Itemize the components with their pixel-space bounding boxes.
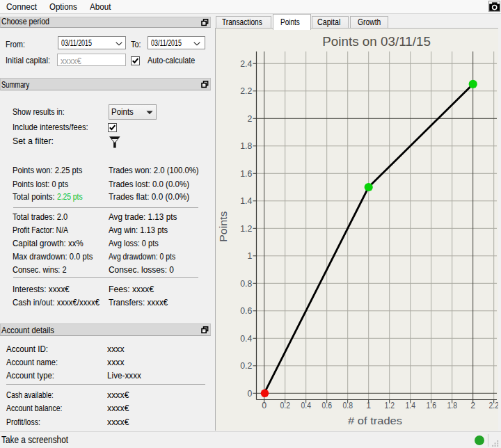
svg-text:Points: Points (218, 211, 230, 242)
svg-text:1.6: 1.6 (426, 401, 436, 410)
svg-text:1.4: 1.4 (240, 196, 252, 206)
svg-text:1.4: 1.4 (405, 401, 415, 410)
svg-text:# of trades: # of trades (348, 415, 402, 426)
svg-text:1: 1 (366, 401, 371, 410)
svg-text:2.4: 2.4 (240, 59, 252, 69)
svg-text:1.6: 1.6 (240, 169, 252, 179)
svg-text:1: 1 (247, 251, 252, 261)
svg-text:0.2: 0.2 (240, 361, 252, 371)
svg-text:0.6: 0.6 (240, 306, 252, 316)
svg-text:0.8: 0.8 (342, 401, 353, 410)
svg-text:0.4: 0.4 (240, 334, 252, 344)
svg-text:0.8: 0.8 (240, 279, 252, 289)
svg-text:2.2: 2.2 (240, 86, 252, 96)
svg-text:2: 2 (470, 401, 475, 410)
svg-text:Points on 03/11/15: Points on 03/11/15 (322, 35, 431, 49)
svg-text:0: 0 (247, 389, 252, 399)
svg-text:1.8: 1.8 (447, 401, 457, 410)
svg-text:2: 2 (247, 114, 252, 124)
svg-text:0.4: 0.4 (301, 401, 311, 410)
svg-text:1.2: 1.2 (240, 224, 252, 234)
svg-text:0: 0 (262, 401, 267, 410)
svg-text:2.2: 2.2 (488, 401, 498, 410)
svg-text:0.2: 0.2 (280, 401, 290, 410)
svg-text:1.2: 1.2 (384, 401, 395, 410)
svg-text:0.6: 0.6 (321, 401, 332, 410)
svg-text:1.8: 1.8 (240, 141, 252, 151)
